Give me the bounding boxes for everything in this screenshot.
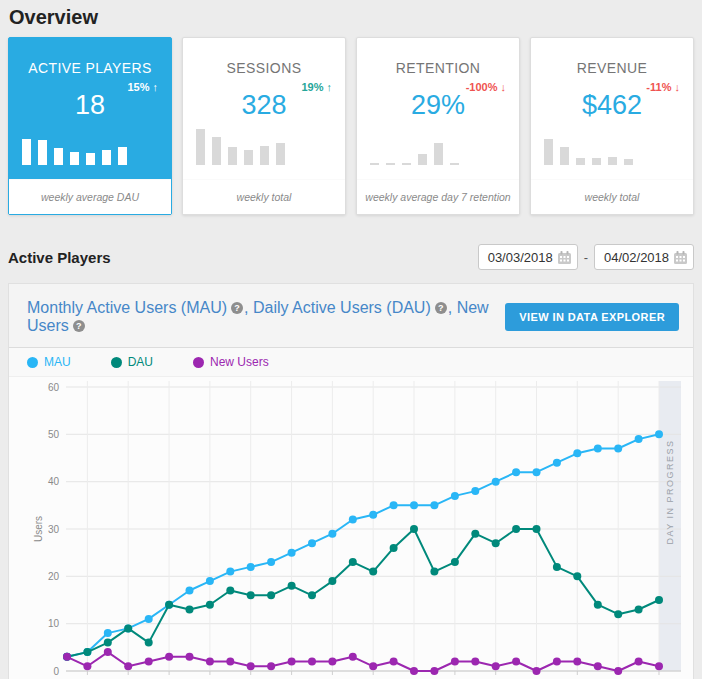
kpi-cards: ACTIVE PLAYERS 15% ↑ 18 weekly average D…	[0, 37, 702, 215]
kpi-card-title: REVENUE	[531, 60, 693, 76]
overview-page: Overview ACTIVE PLAYERS 15% ↑ 18 weekly …	[0, 0, 702, 679]
panel-header: Monthly Active Users (MAU), Daily Active…	[9, 284, 693, 347]
trend-up-arrow-icon: ↑	[153, 81, 159, 93]
sparkline	[22, 127, 127, 165]
kpi-delta: 15% ↑	[127, 81, 158, 93]
active-players-panel: Monthly Active Users (MAU), Daily Active…	[8, 283, 694, 679]
kpi-card-revenue[interactable]: REVENUE -11% ↓ $462 weekly total	[530, 37, 694, 215]
date-from-input[interactable]: 03/03/2018	[478, 244, 578, 270]
active-players-section-header: Active Players 03/03/2018 - 04/02/2018	[0, 244, 702, 270]
kpi-caption: weekly average DAU	[9, 179, 171, 214]
metric-link-dau[interactable]: Daily Active Users (DAU)	[253, 299, 431, 316]
kpi-card-title: ACTIVE PLAYERS	[9, 60, 171, 76]
svg-text:Users: Users	[33, 516, 44, 542]
help-icon[interactable]	[435, 302, 447, 314]
calendar-icon	[674, 251, 687, 264]
kpi-delta: -11% ↓	[646, 81, 680, 93]
metric-link-separator: ,	[244, 299, 253, 316]
line-chart: 01020304050603/43/63/83/103/123/143/163/…	[9, 376, 693, 679]
kpi-card-body: ACTIVE PLAYERS 15% ↑ 18	[9, 38, 171, 179]
kpi-card-active-players[interactable]: ACTIVE PLAYERS 15% ↑ 18 weekly average D…	[8, 37, 172, 215]
section-title: Active Players	[8, 249, 111, 266]
kpi-card-title: SESSIONS	[183, 60, 345, 76]
legend-label: New Users	[210, 355, 269, 369]
kpi-caption: weekly total	[531, 179, 693, 214]
kpi-value: $462	[531, 90, 693, 121]
sparkline	[370, 127, 459, 165]
page-title: Overview	[0, 0, 702, 37]
kpi-value: 29%	[357, 90, 519, 121]
trend-down-arrow-icon: ↓	[675, 81, 681, 93]
kpi-caption: weekly total	[183, 179, 345, 214]
sparkline	[196, 127, 285, 165]
trend-down-arrow-icon: ↓	[501, 81, 507, 93]
kpi-card-sessions[interactable]: SESSIONS 19% ↑ 328 weekly total	[182, 37, 346, 215]
kpi-delta-value: -11%	[646, 81, 671, 93]
kpi-delta: -100% ↓	[466, 81, 506, 93]
date-to-value: 04/02/2018	[604, 250, 669, 265]
date-range-separator: -	[584, 250, 588, 265]
view-in-data-explorer-button[interactable]: VIEW IN DATA EXPLORER	[505, 303, 679, 331]
metric-link-separator: ,	[448, 299, 457, 316]
date-to-input[interactable]: 04/02/2018	[594, 244, 694, 270]
svg-text:10: 10	[48, 618, 60, 629]
help-icon[interactable]	[231, 302, 243, 314]
svg-text:0: 0	[53, 666, 59, 677]
kpi-caption: weekly average day 7 retention	[357, 179, 519, 214]
kpi-card-body: RETENTION -100% ↓ 29%	[357, 38, 519, 179]
legend-item-dau[interactable]: DAU	[111, 355, 153, 369]
legend-label: DAU	[128, 355, 153, 369]
kpi-card-body: SESSIONS 19% ↑ 328	[183, 38, 345, 179]
date-from-value: 03/03/2018	[488, 250, 553, 265]
legend-label: MAU	[44, 355, 71, 369]
metric-links: Monthly Active Users (MAU), Daily Active…	[27, 299, 505, 335]
line-chart-canvas: 01020304050603/43/63/83/103/123/143/163/…	[9, 377, 693, 679]
kpi-value: 18	[9, 90, 171, 121]
calendar-icon	[558, 251, 571, 264]
kpi-card-title: RETENTION	[357, 60, 519, 76]
legend-dot-mau	[27, 357, 38, 368]
svg-text:DAY IN PROGRESS: DAY IN PROGRESS	[665, 439, 675, 544]
legend-item-mau[interactable]: MAU	[27, 355, 71, 369]
svg-text:50: 50	[48, 429, 60, 440]
svg-text:40: 40	[48, 476, 60, 487]
kpi-delta: 19% ↑	[301, 81, 332, 93]
svg-text:60: 60	[48, 382, 60, 393]
svg-text:20: 20	[48, 571, 60, 582]
kpi-delta-value: 19%	[301, 81, 323, 93]
svg-text:30: 30	[48, 524, 60, 535]
legend-item-new-users[interactable]: New Users	[193, 355, 269, 369]
trend-up-arrow-icon: ↑	[327, 81, 333, 93]
kpi-value: 328	[183, 90, 345, 121]
date-range-picker: 03/03/2018 - 04/02/2018	[478, 244, 694, 270]
metric-link-mau[interactable]: Monthly Active Users (MAU)	[27, 299, 227, 316]
sparkline	[544, 127, 633, 165]
help-icon[interactable]	[73, 320, 85, 332]
kpi-delta-value: -100%	[466, 81, 498, 93]
chart-legend: MAU DAU New Users	[9, 347, 693, 376]
legend-dot-new-users	[193, 357, 204, 368]
kpi-card-body: REVENUE -11% ↓ $462	[531, 38, 693, 179]
kpi-delta-value: 15%	[127, 81, 149, 93]
legend-dot-dau	[111, 357, 122, 368]
kpi-card-retention[interactable]: RETENTION -100% ↓ 29% weekly average day…	[356, 37, 520, 215]
